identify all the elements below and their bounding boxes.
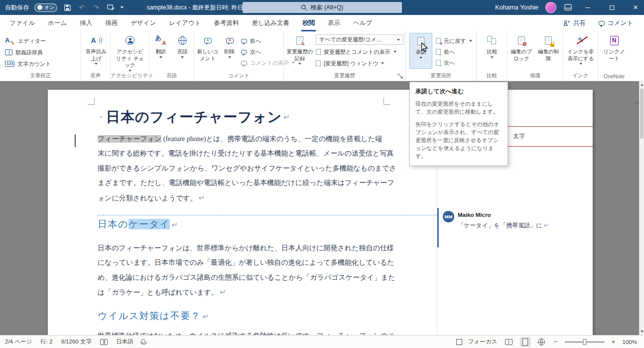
comment-avatar[interactable]: MM [443,211,454,222]
page-indicator[interactable]: 2/4 ページ [5,338,32,346]
dictation-icon[interactable] [141,339,145,345]
language-button[interactable]: 言語 [172,33,192,58]
group-language: あA 翻訳 言語 言語 [149,31,194,81]
group-label-speech: 音声 [81,72,110,79]
comment-card[interactable]: 「ケータイ」を「携帯電話」に↵ [458,221,548,230]
read-mode-button[interactable] [504,337,514,347]
tab-help[interactable]: ヘルプ [347,15,379,31]
read-aloud-button[interactable]: A 音声読み上げ [84,33,109,65]
focus-mode-button[interactable]: フォーカス [468,338,498,346]
draw-tool-icon[interactable] [106,3,115,12]
page[interactable]: ・ 日本のフィーチャーフォン ↵ フィーチャーフォン (feature phon… [48,90,593,335]
tab-design[interactable]: デザイン [124,15,162,31]
document-workspace: ・ 日本のフィーチャーフォン ↵ フィーチャーフォン (feature phon… [0,81,644,335]
zoom-slider[interactable] [565,342,605,343]
paragraph-2[interactable]: 日本のフィーチャーフォンは、世界標準からかけ離れた、日本人向けに開発された独自の… [98,241,389,300]
user-avatar[interactable] [545,2,556,13]
quick-access-chevron-icon[interactable] [121,6,124,8]
close-button[interactable]: ✕ [627,0,644,15]
vertical-scrollbar[interactable] [639,81,644,335]
comment-icon [599,21,605,25]
char-count[interactable]: 9/1260 文字 [61,338,92,346]
tab-references[interactable]: 参考資料 [207,15,245,31]
next-change-button[interactable]: → 次へ [436,58,455,68]
line-indicator[interactable]: 行: 2 [40,338,52,346]
print-layout-button[interactable] [520,337,530,347]
zoom-slider-thumb[interactable] [583,339,586,345]
tab-mailings[interactable]: 差し込み文書 [245,15,296,31]
scrollbar-thumb[interactable] [640,89,644,139]
ribbon-display-options-icon[interactable] [563,3,572,12]
text-line: 世界標準仕様ではないため、ウイルスに感染する危険性は低いです。フィーチャーフォン… [98,329,389,335]
editor-button[interactable]: A✎ エディター [5,36,46,46]
delete-comment-button[interactable]: ✕ 削除 [221,33,238,58]
globe-icon [178,33,187,48]
redo-icon[interactable]: ↷ [92,3,101,12]
tab-file[interactable]: ファイル [3,15,41,31]
compare-button[interactable]: 比較 [481,33,504,58]
reviewing-pane-button[interactable]: [変更履歴] ウィンドウ [316,58,384,68]
scroll-up-icon[interactable] [641,84,644,86]
comments-button[interactable]: コメント [595,17,637,29]
share-button[interactable]: 共有 [559,17,590,29]
scroll-down-icon[interactable] [641,331,644,333]
margin-crop-mark [88,98,95,105]
group-label-changes: 変更箇所 [406,72,476,79]
zoom-level[interactable]: 100% [623,339,637,345]
hide-ink-button[interactable]: ✎ インクを非表示にする [566,33,596,65]
maximize-button[interactable] [603,0,620,15]
document-heading-title[interactable]: ・ 日本のフィーチャーフォン ↵ [98,108,290,127]
new-comment-button[interactable]: + 新しいコメント [195,33,220,62]
previous-change-button[interactable]: ← 前へ [436,47,455,57]
paragraph-1[interactable]: フィーチャーフォン (feature phone)とは、携帯電話の端末のうち、一… [98,132,389,205]
track-changes-button[interactable]: ✎ 変更履歴の記録 [286,33,314,65]
zoom-in-button[interactable]: + [611,339,617,345]
show-comments-icon [241,61,247,65]
group-compare: 比較 比較 [477,31,508,81]
translate-button[interactable]: あA 翻訳 [150,33,171,58]
previous-comment-button[interactable]: ← 前へ [241,36,261,46]
chevron-down-icon [491,56,494,58]
minimize-button[interactable] [579,0,596,15]
user-name[interactable]: Kohama Yoshie [495,4,538,11]
chevron-down-icon [579,63,582,65]
show-markup-button[interactable]: 変更履歴とコメントの表示 [316,47,396,57]
display-for-review-dropdown[interactable]: すべての変更履歴/コメ… [316,34,403,45]
status-bar: 2/4 ページ 行: 2 9/1260 文字 日本語 フォーカス − + 100… [0,335,644,348]
zoom-out-button[interactable]: − [553,339,559,345]
group-label-accessibility: アクセシビリティ [111,72,149,79]
tab-review[interactable]: 校閲 [296,15,321,31]
chevron-down-icon [228,56,231,58]
proofing-icon[interactable] [100,339,108,345]
word-count-button[interactable]: 123 文字カウント [5,59,51,69]
ribbon-tab-row: ファイル ホーム 挿入 描画 デザイン レイアウト 参考資料 差し込み文書 校閲… [0,15,644,31]
block-authors-button[interactable]: ⊘ 編集のブロック [509,33,534,62]
next-comment-button[interactable]: → 次へ [241,47,261,57]
reject-icon: ✕ [436,38,441,44]
heading-2[interactable]: 日本のケータイ↵ [98,218,178,231]
restrict-editing-button[interactable]: 編集の制限 [536,33,560,62]
tab-layout[interactable]: レイアウト [162,15,207,31]
language-indicator[interactable]: 日本語 [116,338,133,346]
paragraph-3[interactable]: 世界標準仕様ではないため、ウイルスに感染する危険性は低いです。フィーチャーフォン… [98,329,389,335]
tooltip-body-1: 現在の変更箇所をそのままにして、次の変更箇所に移動します。 [415,100,502,116]
thesaurus-button[interactable]: 類義語辞典 [5,47,43,57]
accessibility-check-button[interactable]: アクセシビリティ チェック [115,33,145,72]
undo-icon[interactable]: ↶ [77,3,86,12]
web-layout-button[interactable] [536,337,547,347]
tab-draw[interactable]: 描画 [99,15,124,31]
autosave-toggle[interactable]: オン [34,3,57,12]
chevron-down-icon [393,51,396,53]
restrict-editing-icon [545,33,552,48]
tab-view[interactable]: 表示 [321,15,347,31]
tab-insert[interactable]: 挿入 [73,15,99,31]
linked-notes-button[interactable]: N リンクノート [601,33,627,62]
save-icon[interactable] [63,3,72,12]
thesaurus-icon [5,49,12,55]
reject-button[interactable]: ✕ 元に戻す [436,36,472,46]
search-input[interactable]: 検索 (Alt+Q) [243,2,402,13]
tab-home[interactable]: ホーム [41,15,73,31]
comment-author: Maiko Micro [458,212,491,218]
heading-3[interactable]: ウイルス対策は不要？↵ [98,310,209,323]
search-icon [301,4,307,11]
